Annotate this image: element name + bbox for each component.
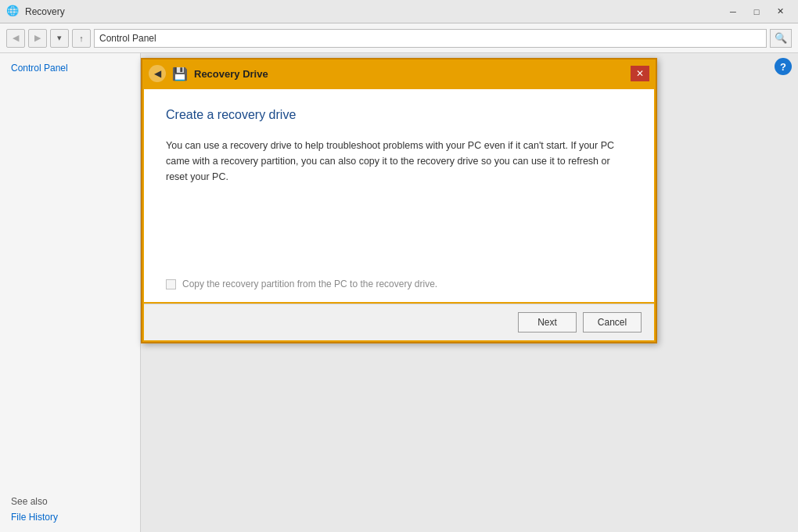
outer-window: 🌐 Recovery ─ □ ✕ ◀ ▶ ▾ ↑ 🔍 Control Panel… bbox=[0, 0, 798, 532]
window-close-button[interactable]: ✕ bbox=[768, 3, 792, 20]
main-content: Control Panel See also File History ? ◀ bbox=[0, 53, 798, 532]
file-history-link[interactable]: File History bbox=[0, 510, 140, 524]
up-button[interactable]: ↑ bbox=[72, 29, 91, 48]
see-also-label: See also bbox=[0, 490, 140, 510]
minimize-button[interactable]: ─ bbox=[721, 3, 745, 20]
dialog-title-text: Recovery Drive bbox=[194, 68, 268, 80]
title-bar-left: 🌐 Recovery bbox=[6, 5, 65, 19]
dialog-heading: Create a recovery drive bbox=[166, 108, 632, 122]
checkbox-row: Copy the recovery partition from the PC … bbox=[166, 279, 632, 289]
maximize-button[interactable]: □ bbox=[745, 3, 768, 20]
dialog-title-left: ◀ 💾 Recovery Drive bbox=[149, 65, 268, 82]
title-bar: 🌐 Recovery ─ □ ✕ bbox=[0, 0, 798, 23]
copy-partition-checkbox[interactable] bbox=[166, 279, 176, 289]
dialog-footer: Next Cancel bbox=[144, 304, 654, 340]
dialog-back-button[interactable]: ◀ bbox=[149, 65, 166, 82]
dialog-close-button[interactable]: ✕ bbox=[631, 66, 649, 81]
forward-button[interactable]: ▶ bbox=[28, 29, 47, 48]
search-button[interactable]: 🔍 bbox=[770, 29, 792, 48]
next-button[interactable]: Next bbox=[518, 312, 577, 332]
cancel-button[interactable]: Cancel bbox=[583, 312, 642, 332]
title-bar-controls: ─ □ ✕ bbox=[721, 3, 792, 20]
recovery-dialog: ◀ 💾 Recovery Drive ✕ Create a recovery d… bbox=[141, 58, 657, 343]
sidebar: Control Panel See also File History bbox=[0, 53, 141, 532]
dialog-back-icon: ◀ bbox=[154, 68, 161, 79]
window-icon: 🌐 bbox=[6, 5, 20, 19]
copy-partition-label: Copy the recovery partition from the PC … bbox=[182, 279, 437, 289]
address-bar-row: ◀ ▶ ▾ ↑ 🔍 bbox=[0, 23, 798, 53]
dropdown-button[interactable]: ▾ bbox=[50, 29, 69, 48]
address-input[interactable] bbox=[94, 29, 767, 48]
dialog-description: You can use a recovery drive to help tro… bbox=[166, 138, 632, 185]
control-panel-link[interactable]: Control Panel bbox=[0, 61, 140, 75]
window-title: Recovery bbox=[25, 6, 65, 17]
back-button[interactable]: ◀ bbox=[6, 29, 25, 48]
dialog-title-bar: ◀ 💾 Recovery Drive ✕ bbox=[142, 59, 656, 88]
dialog-body: Create a recovery drive You can use a re… bbox=[144, 89, 654, 302]
content-area: ? ◀ 💾 Recovery Drive ✕ bbox=[141, 53, 798, 532]
drive-icon: 💾 bbox=[172, 66, 188, 81]
modal-overlay: ◀ 💾 Recovery Drive ✕ Create a recovery d… bbox=[141, 53, 798, 532]
